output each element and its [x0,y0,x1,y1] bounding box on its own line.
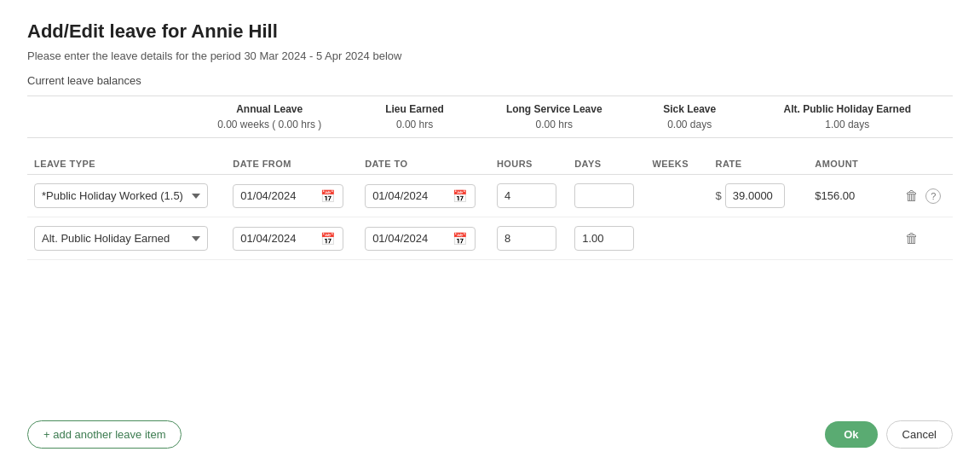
balance-header-sick-leave: Sick Leave [637,96,742,118]
balance-value-alt-public: 1.00 days [742,117,953,138]
col-header-rate: RATE [709,153,809,175]
calendar-icon-1[interactable]: 📅 [320,189,335,203]
leave-type-select-2[interactable]: Alt. Public Holiday Earned Annual Leave … [34,226,208,251]
balance-header-long-service: Long Service Leave [471,96,637,118]
help-icon-1[interactable]: ? [925,188,941,204]
date-to-input-1[interactable] [372,189,449,202]
balance-header-lieu-earned: Lieu Earned [358,96,470,118]
col-header-leave-type: LEAVE TYPE [27,153,226,175]
balance-value-long-service: 0.00 hrs [471,117,637,138]
delete-row-2-icon[interactable]: 🗑 [905,231,919,246]
leave-items-table: LEAVE TYPE DATE FROM DATE TO HOURS DAYS … [27,153,953,260]
table-row: *Public Holiday Worked (1.5) Annual Leav… [27,175,953,217]
col-header-amount: AMOUNT [808,153,898,175]
date-from-input-1[interactable] [240,189,317,202]
rate-input-1[interactable] [725,183,785,208]
col-header-days: DAYS [568,153,645,175]
table-row: Alt. Public Holiday Earned Annual Leave … [27,217,953,260]
balance-value-sick-leave: 0.00 days [637,117,742,138]
amount-text-1: $156.00 [815,189,855,202]
days-input-1[interactable] [574,183,634,208]
cancel-button[interactable]: Cancel [886,420,953,449]
add-leave-button[interactable]: + add another leave item [27,420,182,449]
footer-actions: Ok Cancel [825,420,953,449]
col-header-weeks: WEEKS [645,153,708,175]
calendar-icon-2[interactable]: 📅 [453,189,467,203]
col-header-date-from: DATE FROM [226,153,358,175]
calendar-icon-3[interactable]: 📅 [320,232,335,246]
col-header-hours: HOURS [490,153,568,175]
calendar-icon-4[interactable]: 📅 [453,232,467,246]
ok-button[interactable]: Ok [825,421,877,448]
action-icons-1: 🗑 ? [905,188,946,204]
balance-header-annual-leave: Annual Leave [181,96,358,118]
date-from-wrap-1: 📅 [233,184,343,208]
balance-value-annual-leave: 0.00 weeks ( 0.00 hrs ) [181,117,358,138]
hours-input-1[interactable] [497,183,556,208]
rate-wrap-1: $ [716,183,802,208]
delete-row-1-icon[interactable]: 🗑 [905,188,919,204]
action-icons-2: 🗑 [905,231,946,246]
date-from-wrap-2: 📅 [233,227,343,251]
date-from-input-2[interactable] [240,232,317,245]
date-to-wrap-1: 📅 [365,184,476,208]
balance-value-lieu-earned: 0.00 hrs [358,117,470,138]
rate-prefix-1: $ [716,189,722,202]
date-to-input-2[interactable] [372,232,449,245]
date-to-wrap-2: 📅 [365,227,476,251]
leave-balances-table: Annual Leave Lieu Earned Long Service Le… [27,96,953,138]
page-title: Add/Edit leave for Annie Hill [27,20,953,43]
days-input-2[interactable] [574,226,634,251]
leave-type-select-1[interactable]: *Public Holiday Worked (1.5) Annual Leav… [34,183,208,208]
page-subtitle: Please enter the leave details for the p… [27,49,953,62]
footer: + add another leave item Ok Cancel [27,420,953,449]
hours-input-2[interactable] [497,226,556,251]
col-header-date-to: DATE TO [358,153,490,175]
balance-header-alt-public: Alt. Public Holiday Earned [742,96,953,118]
section-label: Current leave balances [27,74,953,87]
